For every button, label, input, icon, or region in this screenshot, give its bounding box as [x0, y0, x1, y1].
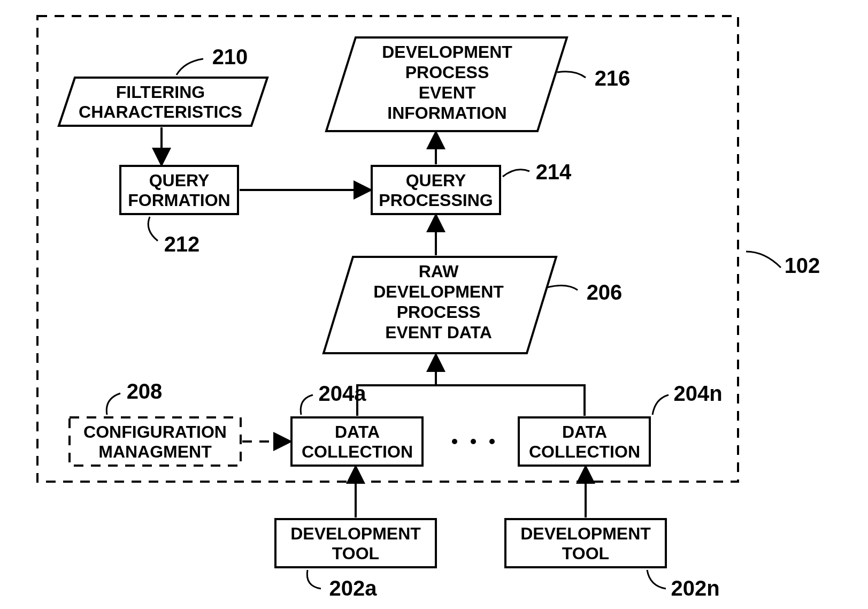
ellipsis-icon — [452, 439, 495, 444]
ref-leader-214 — [503, 170, 529, 177]
raw-data-l3: PROCESS — [397, 302, 480, 322]
dev-tool-a-l1: DEVELOPMENT — [290, 524, 421, 543]
ref-212: 212 — [164, 232, 200, 256]
dev-tool-n-l2: TOOL — [562, 544, 609, 563]
data-coll-a-l1: DATA — [335, 422, 380, 441]
ref-204n: 204n — [673, 382, 722, 405]
svg-point-1 — [471, 439, 476, 444]
ref-leader-202n — [647, 570, 666, 589]
ref-leader-206 — [547, 285, 578, 290]
ref-214: 214 — [536, 160, 572, 184]
query-processing-l2: PROCESSING — [379, 191, 493, 210]
ref-leader-212 — [148, 217, 158, 241]
raw-data-l4: EVENT DATA — [385, 323, 492, 342]
svg-point-2 — [489, 439, 495, 444]
ref-leader-210 — [176, 59, 203, 75]
flowchart-diagram: 102 FILTERING CHARACTERISTICS 210 DEVELO… — [0, 0, 868, 609]
ref-202a: 202a — [329, 576, 378, 600]
ref-leader-102 — [746, 252, 781, 268]
filtering-l1: FILTERING — [116, 82, 205, 102]
data-coll-n-l2: COLLECTION — [529, 442, 640, 461]
ref-102: 102 — [785, 254, 820, 277]
ref-leader-208 — [106, 393, 120, 415]
raw-data-l1: RAW — [419, 262, 459, 281]
arrow-datacoll-a-to-rawdata — [357, 356, 436, 416]
raw-data-l2: DEVELOPMENT — [373, 282, 504, 301]
query-formation-l1: QUERY — [149, 171, 210, 190]
filtering-l2: CHARACTERISTICS — [79, 102, 242, 121]
query-processing-l1: QUERY — [406, 171, 466, 190]
dev-info-l1: DEVELOPMENT — [382, 42, 512, 62]
ref-leader-204n — [652, 395, 669, 415]
svg-point-0 — [452, 439, 457, 444]
ref-leader-204a — [301, 395, 313, 415]
config-mgmt-l2: MANAGMENT — [98, 442, 212, 461]
ref-202n: 202n — [671, 576, 719, 600]
arrow-datacoll-n-to-rawdata — [436, 385, 585, 416]
ref-216: 216 — [595, 66, 631, 90]
query-formation-l2: FORMATION — [128, 191, 230, 210]
config-mgmt-l1: CONFIGURATION — [83, 422, 227, 441]
dev-info-l2: PROCESS — [405, 63, 489, 82]
ref-208: 208 — [127, 379, 163, 403]
ref-210: 210 — [212, 45, 248, 68]
dev-info-l4: INFORMATION — [387, 103, 506, 123]
data-coll-a-l2: COLLECTION — [302, 442, 413, 461]
data-coll-n-l1: DATA — [562, 422, 607, 441]
dev-tool-a-l2: TOOL — [332, 544, 379, 563]
dev-info-l3: EVENT — [419, 83, 476, 102]
ref-206: 206 — [587, 280, 623, 304]
ref-leader-202a — [307, 570, 321, 589]
dev-tool-n-l1: DEVELOPMENT — [520, 524, 651, 543]
ref-leader-216 — [557, 72, 586, 78]
